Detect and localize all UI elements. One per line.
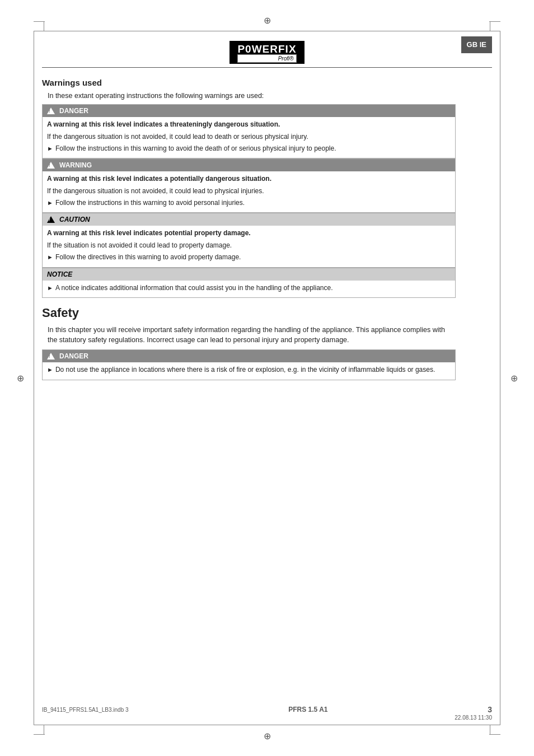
logo-area: P0WERFIX Profi®	[42, 36, 492, 68]
danger-bullet-arrow-2: ►	[47, 366, 53, 375]
page-number: 3	[488, 705, 492, 714]
reg-mark-left: ⊕	[16, 374, 25, 382]
footer: IB_94115_PFRS1.5A1_LB3.indb 3 PFRS 1.5 A…	[42, 705, 492, 714]
tick-bottom-right-v	[490, 725, 490, 735]
warning-label-1: WARNING	[59, 161, 92, 169]
danger-text-1: If the dangerous situation is not avoide…	[47, 132, 451, 142]
tick-bottom-left-v	[44, 725, 44, 735]
main-columns: Warnings used In these extant operating …	[42, 76, 492, 380]
footer-date: 22.08.13 11:30	[455, 715, 492, 721]
danger-bullet-text-1: Follow the instructions in this warning …	[55, 144, 336, 153]
reg-mark-top: ⊕	[263, 16, 271, 25]
logo-underline	[42, 67, 492, 68]
notice-bullet-arrow-1: ►	[47, 284, 53, 293]
tick-bottom-right-h	[489, 734, 500, 735]
warning-bold-title-1: A warning at this risk level indicates a…	[47, 174, 451, 184]
danger-bold-title-1: A warning at this risk level indicates a…	[47, 120, 451, 129]
tick-top-left-v	[44, 21, 44, 31]
caution-bullet-arrow-1: ►	[47, 253, 53, 262]
danger-label-1: DANGER	[59, 107, 88, 115]
caution-header-1: CAUTION	[43, 213, 455, 226]
danger-body-2: ► Do not use the appliance in locations …	[43, 362, 455, 379]
danger-header-1: DANGER	[43, 105, 455, 117]
warning-bullet-arrow-1: ►	[47, 199, 53, 208]
page-border-left	[34, 31, 34, 725]
danger-header-2: DANGER	[43, 350, 455, 362]
page-border-bottom	[34, 725, 500, 725]
footer-center-text: PFRS 1.5 A1	[288, 706, 327, 713]
danger-bullet-text-2: Do not use the appliance in locations wh…	[55, 365, 435, 375]
page-border-top	[34, 31, 500, 31]
warning-text-1: If the dangerous situation is not avoide…	[47, 186, 451, 196]
reg-mark-right: ⊕	[509, 374, 518, 382]
caution-body-1: A warning at this risk level indicates p…	[43, 226, 455, 267]
notice-box-1: NOTICE ► A notice indicates additional i…	[42, 268, 456, 298]
notice-bullet-text-1: A notice indicates additional informatio…	[55, 283, 333, 293]
danger-bullet-1: ► Follow the instructions in this warnin…	[47, 144, 451, 153]
warning-header-1: WARNING	[43, 159, 455, 171]
page-border-right	[500, 31, 500, 725]
warnings-used-title: Warnings used	[42, 78, 456, 87]
notice-header-1: NOTICE	[43, 268, 455, 281]
tick-top-right-v	[490, 21, 490, 31]
warning-body-1: A warning at this risk level indicates a…	[43, 171, 455, 212]
logo-sub: Profi®	[237, 54, 296, 63]
reg-mark-bottom: ⊕	[263, 731, 271, 740]
safety-intro: In this chapter you will receive importa…	[42, 325, 456, 345]
main-content: Warnings used In these extant operating …	[42, 76, 461, 380]
notice-body-1: ► A notice indicates additional informat…	[43, 281, 455, 297]
warning-box-1: WARNING A warning at this risk level ind…	[42, 158, 456, 213]
tick-top-right-h	[489, 21, 500, 22]
caution-label-1: CAUTION	[59, 216, 90, 223]
gb-ie-tab: GB IE	[461, 36, 492, 53]
notice-label-1: NOTICE	[47, 270, 72, 278]
warning-bullet-text-1: Follow the instructions in this warning …	[55, 198, 245, 208]
caution-triangle-icon-1	[47, 216, 55, 223]
warnings-used-section: Warnings used In these extant operating …	[42, 78, 456, 298]
tick-top-left-h	[34, 21, 45, 22]
safety-section: Safety In this chapter you will receive …	[42, 306, 456, 380]
content-area: P0WERFIX Profi® Warnings used In these e…	[42, 36, 492, 720]
danger-triangle-icon-2	[47, 353, 55, 360]
tick-bottom-left-h	[34, 734, 45, 735]
danger-bullet-arrow-1: ►	[47, 144, 53, 153]
caution-bullet-text-1: Follow the directives in this warning to…	[55, 253, 241, 262]
warning-bullet-1: ► Follow the instructions in this warnin…	[47, 198, 451, 208]
footer-left-text: IB_94115_PFRS1.5A1_LB3.indb 3	[42, 707, 129, 713]
safety-title: Safety	[42, 306, 456, 320]
danger-box-2: DANGER ► Do not use the appliance in loc…	[42, 349, 456, 380]
logo-text: P0WERFIX	[237, 43, 296, 55]
caution-text-1: If the situation is not avoided it could…	[47, 241, 451, 250]
notice-bullet-1: ► A notice indicates additional informat…	[47, 283, 451, 293]
caution-bold-title-1: A warning at this risk level indicates p…	[47, 228, 451, 238]
logo-box: P0WERFIX Profi®	[229, 41, 304, 64]
caution-bullet-1: ► Follow the directives in this warning …	[47, 253, 451, 262]
danger-bullet-2: ► Do not use the appliance in locations …	[47, 365, 451, 375]
warning-triangle-icon-1	[47, 162, 55, 169]
right-sidebar: GB IE	[461, 76, 492, 380]
danger-box-1: DANGER A warning at this risk level indi…	[42, 104, 456, 158]
warnings-used-intro: In these extant operating instructions t…	[42, 91, 456, 101]
caution-box-1: CAUTION A warning at this risk level ind…	[42, 213, 456, 267]
danger-triangle-icon-1	[47, 108, 55, 114]
danger-label-2: DANGER	[59, 352, 88, 360]
danger-body-1: A warning at this risk level indicates a…	[43, 117, 455, 158]
